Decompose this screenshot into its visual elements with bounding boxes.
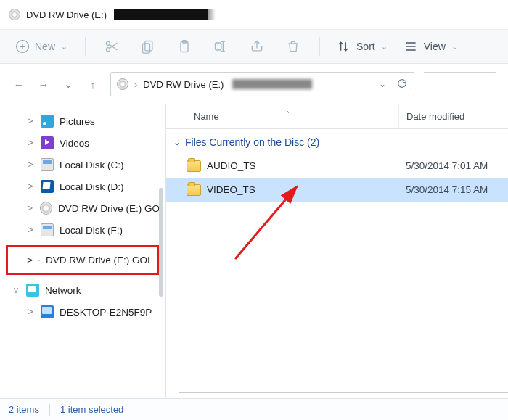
copy-button[interactable] [134, 35, 163, 58]
new-button[interactable]: + New ⌄ [10, 36, 73, 57]
sidebar-item-label: Local Disk (F:) [60, 225, 123, 236]
expand-icon[interactable]: > [26, 307, 35, 317]
chevron-down-icon: ⌄ [381, 42, 388, 52]
sidebar-item-label: Pictures [60, 116, 95, 127]
hdd-icon [41, 158, 54, 171]
chevron-down-icon: ⌄ [173, 137, 181, 147]
sidebar-item-label: DVD RW Drive (E:) GO [58, 203, 160, 214]
sidebar-item-label: DESKTOP-E2N5F9P [60, 307, 152, 318]
window-title: DVD RW Drive (E:) [26, 9, 107, 20]
recent-button[interactable]: ⌄ [61, 78, 75, 91]
group-header[interactable]: ⌄ Files Currently on the Disc (2) [166, 129, 508, 154]
trash-icon [286, 39, 300, 54]
sidebar-item-label: Network [45, 285, 81, 296]
address-text: DVD RW Drive (E:) [143, 79, 224, 90]
disc-icon [38, 260, 40, 261]
disc-icon [9, 9, 20, 20]
hdd-icon [41, 180, 54, 193]
disc-icon [117, 78, 128, 90]
file-name: VIDEO_TS [207, 184, 398, 195]
sort-button-label: Sort [356, 41, 375, 52]
expand-icon[interactable]: > [26, 203, 34, 213]
expand-icon[interactable]: > [26, 160, 35, 170]
videos-icon [41, 136, 54, 149]
sidebar-item-local-disk-d[interactable]: > Local Disk (D:) [0, 176, 165, 197]
sort-icon [336, 39, 351, 54]
chevron-down-icon: ⌄ [61, 42, 67, 52]
divider [85, 37, 86, 56]
rename-icon [213, 39, 228, 54]
redacted-address-suffix [232, 79, 312, 89]
main-area: > Pictures > Videos > Local Disk (C:) > … [0, 104, 508, 398]
copy-icon [141, 39, 155, 54]
column-header-label: Date modified [406, 111, 464, 122]
svg-rect-6 [216, 43, 221, 50]
address-bar[interactable]: › DVD RW Drive (E:) ⌄ [110, 72, 414, 96]
expand-icon[interactable]: > [26, 225, 35, 235]
column-header-name[interactable]: Name ˄ [166, 111, 398, 122]
sidebar-item-network-pc[interactable]: > DESKTOP-E2N5F9P [0, 301, 165, 323]
hdd-icon [41, 223, 54, 236]
expand-icon[interactable]: > [26, 138, 35, 148]
back-button[interactable]: ← [12, 78, 26, 91]
paste-button[interactable] [170, 35, 199, 58]
sort-button[interactable]: Sort ⌄ [332, 35, 392, 58]
title-bar: DVD RW Drive (E:) [0, 0, 508, 29]
expand-icon[interactable]: > [26, 116, 35, 126]
scissors-icon [105, 39, 119, 54]
forward-button[interactable]: → [36, 78, 51, 91]
content-pane: Name ˄ Date modified ⌄ Files Currently o… [165, 104, 508, 398]
content-bottom-divider [179, 392, 508, 393]
up-button[interactable]: ↑ [86, 78, 100, 91]
sidebar-item-videos[interactable]: > Videos [0, 132, 165, 154]
file-row-video-ts[interactable]: VIDEO_TS 5/30/2014 7:15 AM [166, 178, 508, 202]
chevron-down-icon: ⌄ [451, 42, 458, 52]
collapse-icon[interactable]: v [12, 285, 20, 295]
folder-icon [187, 160, 201, 172]
divider [319, 37, 320, 56]
file-date: 5/30/2014 7:15 AM [398, 184, 508, 195]
sidebar-item-label: Videos [60, 138, 89, 149]
search-box[interactable] [424, 72, 496, 96]
share-button[interactable] [242, 35, 271, 58]
address-dropdown[interactable]: ⌄ [379, 79, 386, 89]
sidebar-item-label: Local Disk (C:) [60, 160, 124, 170]
nav-row: ← → ⌄ ↑ › DVD RW Drive (E:) ⌄ [0, 64, 508, 104]
sort-ascending-icon: ˄ [286, 110, 290, 118]
sidebar-item-dvd-drive[interactable]: > DVD RW Drive (E:) GO [0, 197, 165, 219]
column-header-date[interactable]: Date modified [398, 104, 508, 128]
new-button-label: New [35, 41, 55, 52]
expand-icon[interactable]: > [26, 181, 35, 192]
pictures-icon [41, 115, 54, 128]
file-date: 5/30/2014 7:01 AM [398, 160, 508, 171]
group-label: Files Currently on the Disc (2) [185, 136, 319, 148]
file-row-audio-ts[interactable]: AUDIO_TS 5/30/2014 7:01 AM [166, 154, 508, 178]
column-header-label: Name [194, 111, 219, 122]
sidebar-item-label: Local Disk (D:) [60, 181, 124, 192]
cut-button[interactable] [97, 35, 126, 58]
expand-icon[interactable]: > [27, 255, 33, 265]
disc-icon [40, 202, 52, 215]
column-headers: Name ˄ Date modified [166, 104, 508, 129]
pc-icon [41, 305, 54, 318]
sidebar-item-local-disk-c[interactable]: > Local Disk (C:) [0, 154, 165, 176]
sidebar-item-pictures[interactable]: > Pictures [0, 110, 165, 132]
view-button[interactable]: View ⌄ [399, 35, 462, 58]
svg-rect-2 [145, 41, 152, 51]
sidebar-item-network[interactable]: v Network [0, 279, 165, 301]
folder-icon [187, 184, 201, 196]
scrollbar-thumb[interactable] [159, 188, 163, 297]
chevron-right-icon: › [134, 79, 137, 90]
command-bar: + New ⌄ Sort ⌄ View ⌄ [0, 29, 508, 64]
plus-icon: + [16, 40, 29, 53]
rename-button[interactable] [206, 35, 235, 58]
sidebar-item-local-disk-f[interactable]: > Local Disk (F:) [0, 219, 165, 241]
svg-rect-3 [143, 44, 150, 53]
network-icon [26, 284, 39, 297]
delete-button[interactable] [279, 35, 308, 58]
sidebar-item-dvd-drive-highlighted[interactable]: > DVD RW Drive (E:) GOI [6, 245, 160, 275]
svg-point-1 [107, 48, 110, 52]
status-bar: 2 items 1 item selected [0, 398, 508, 420]
refresh-button[interactable] [396, 78, 408, 91]
svg-point-0 [107, 41, 110, 45]
